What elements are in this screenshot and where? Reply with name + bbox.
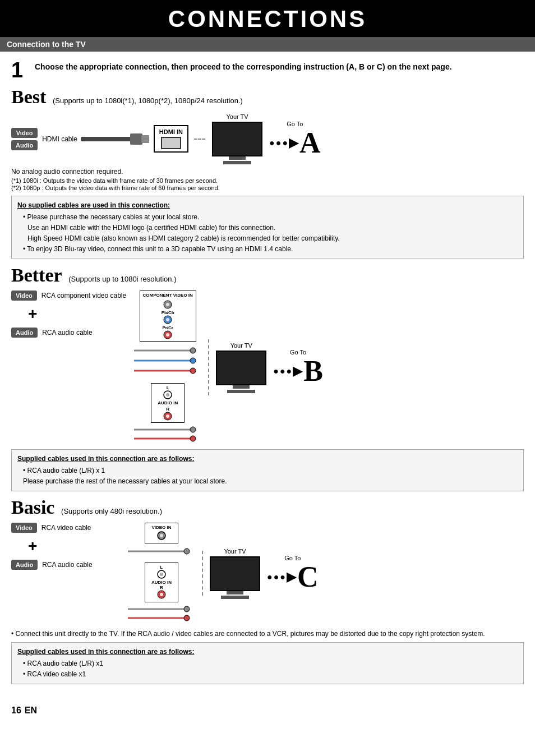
section-header: Connection to the TV [0,37,535,52]
better-heading: Better (Supports up to 1080i resolution.… [11,265,524,286]
better-go-to-letter: B [303,357,323,386]
rca-l-icon [163,390,172,399]
svg-point-18 [166,414,169,418]
best-dot2: ● [276,138,282,148]
best-badge-col: Video Audio [11,128,38,150]
better-audio-r-port [154,412,181,421]
basic-left: Video RCA video cable + Audio RCA audio … [11,523,123,570]
svg-point-21 [190,427,196,432]
best-infobox-line-3: • To enjoy 3D Blu-ray video, connect thi… [23,244,518,254]
svg-point-22 [190,436,196,441]
better-audio-l: L [154,385,181,390]
better-infobox-line-0: • RCA audio cable (L/R) x 1 [23,465,518,476]
better-pb-label: Pb/Cb [143,310,193,315]
page-title: CONNECTIONS [0,0,535,37]
better-infobox-title: Supplied cables used in this connection … [17,454,518,464]
rca-audio-l-icon [157,570,166,579]
basic-connectors: VIDEO IN L AUDIO IN R [128,523,195,624]
better-left: Video RCA component video cable + Audio … [11,291,130,338]
best-go-to: Go To ● ● ● ▶ A [269,121,321,158]
best-footnote2: (*2) 1080p : Outputs the video data with… [11,185,524,191]
best-video-badge: Video [11,128,38,138]
svg-point-24 [160,534,163,537]
basic-plus: + [28,538,123,554]
basic-info-box: Supplied cables used in this connection … [11,642,524,684]
best-subtitle: (Supports up to 1080i(*1), 1080p(*2), 10… [53,96,243,105]
better-audio-row: Audio RCA audio cable [11,328,130,338]
better-info-box: Supplied cables used in this connection … [11,449,524,491]
better-video-cable: RCA component video cable [41,292,126,299]
best-go-to-letter: A [299,128,321,158]
better-tv-screen [216,351,266,385]
basic-video-cable: RCA video cable [41,524,91,532]
better-audio-port: L AUDIO IN R [151,383,185,423]
better-infobox-line-1: Please purchase the rest of the necessar… [23,476,518,486]
better-dot2: ● [280,366,285,376]
hdmi-cable-svg [81,129,154,149]
best-label: Best [11,86,46,107]
basic-infobox-title: Supplied cables used in this connection … [17,647,518,657]
best-tv-box: Your TV [212,113,262,164]
basic-tv-stand [221,596,249,599]
best-infobox-line-1: Use an HDMI cable with the HDMI logo (a … [27,223,518,233]
basic-tv-box: Your TV [210,548,260,599]
svg-rect-0 [81,137,131,141]
better-pb-port [143,315,193,324]
better-audio-r: R [154,407,181,412]
better-audio-badge: Audio [11,328,38,338]
basic-arrow: ▶ [287,570,296,584]
better-pr-label: Pr/Cr [143,325,193,330]
basic-audio-port: L AUDIO IN R [145,563,178,602]
better-audio-in-label: AUDIO IN [154,400,181,405]
basic-audio-cable: RCA audio cable [42,561,92,569]
basic-video-port: VIDEO IN [145,523,178,543]
better-go-to-dots-arrow: ● ● ● ▶ B [273,357,323,386]
basic-audio-row: Audio RCA audio cable [11,560,123,570]
svg-point-12 [190,348,196,353]
better-arrow: ▶ [293,364,302,379]
step-number: 1 [11,59,27,81]
basic-video-badge: Video [11,523,37,533]
basic-diagram-wrap: Video RCA video cable + Audio RCA audio … [11,523,524,624]
svg-point-6 [166,318,169,321]
basic-label: Basic [11,497,54,518]
better-label: Better [11,265,62,285]
svg-point-26 [184,548,190,554]
best-footnote1: (*1) 1080i : Outputs the video data with… [11,177,524,184]
best-go-to-dots-arrow: ● ● ● ▶ A [269,128,321,158]
best-your-tv: Your TV [226,113,248,120]
best-info-box: No supplied cables are used in this conn… [11,196,524,259]
better-tv-stand [227,390,255,393]
rca-pr-icon [163,330,172,339]
basic-your-tv: Your TV [224,548,246,555]
better-subtitle: (Supports up to 1080i resolution.) [68,275,176,283]
best-audio-badge: Audio [11,140,38,150]
best-arrow: ▶ [289,136,298,150]
best-dot3: ● [282,138,288,148]
page-language: EN [25,706,37,716]
best-port-box: HDMI IN [154,125,188,153]
best-infobox-line-2: High Speed HDMI cable (also known as HDM… [27,233,518,243]
svg-point-16 [166,393,169,397]
basic-video-row: Video RCA video cable [11,523,123,533]
better-video-badge: Video [11,291,37,301]
step-1-row: 1 Choose the appropriate connection, the… [11,59,524,81]
rca-r-icon [163,412,172,421]
svg-rect-2 [141,135,149,143]
better-dot3: ● [287,366,292,376]
basic-go-to-dots-arrow: ● ● ● ▶ C [267,563,319,592]
better-plus: + [28,306,130,322]
svg-point-4 [166,303,169,306]
best-diagram: Video Audio HDMI cable HDMI IN Your TV [11,113,524,164]
svg-point-28 [160,573,163,576]
svg-point-13 [190,358,196,363]
basic-audio-cables-svg [128,603,195,623]
best-infobox-line-0: • Please purchase the necessary cables a… [23,212,518,222]
basic-video-cable-svg [128,546,195,557]
basic-dot2: ● [274,572,279,582]
basic-dot3: ● [280,572,285,582]
best-note: No analog audio connection required. [11,168,524,176]
best-cable-label: HDMI cable [42,135,77,143]
page-number: 16 [11,706,21,716]
better-go-to: Go To ● ● ● ▶ B [273,349,323,386]
